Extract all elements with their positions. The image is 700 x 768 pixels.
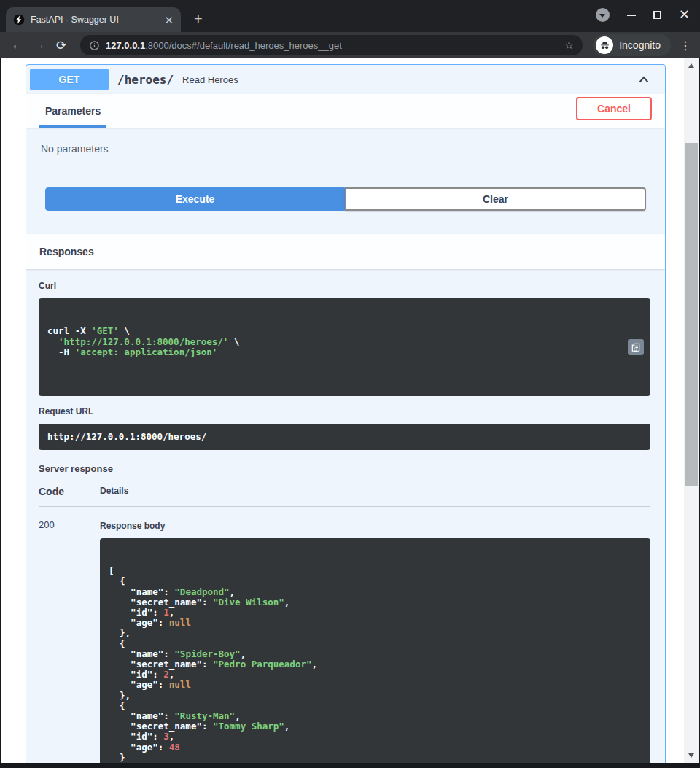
scrollbar-up-arrow[interactable] — [684, 60, 699, 71]
browser-window: FastAPI - Swagger UI ✕ + ✕ ← → ⟳ 127.0.0… — [0, 0, 700, 768]
execute-button[interactable]: Execute — [45, 187, 345, 211]
tab-title: FastAPI - Swagger UI — [31, 15, 158, 25]
new-tab-button[interactable]: + — [194, 12, 203, 26]
window-close-button[interactable]: ✕ — [679, 11, 690, 19]
browser-update-indicator-icon[interactable] — [596, 8, 610, 22]
server-response-label: Server response — [39, 463, 650, 474]
opblock-get-heroes: GET /heroes/ Read Heroes Parameters Canc… — [26, 64, 666, 763]
browser-menu-icon[interactable]: ⋮ — [680, 39, 691, 53]
tab-strip: FastAPI - Swagger UI ✕ + ✕ — [0, 0, 700, 32]
window-bottom-edge — [0, 763, 700, 768]
scrollbar-down-arrow[interactable] — [684, 750, 699, 761]
clipboard-icon — [631, 342, 641, 352]
no-parameters-text: No parameters — [26, 128, 665, 187]
clear-button[interactable]: Clear — [345, 187, 646, 211]
request-url-code: http://127.0.0.1:8000/heroes/ — [39, 424, 650, 450]
responses-body: Curl curl -X 'GET' \ 'http://127.0.0.1:8… — [26, 269, 665, 763]
browser-toolbar: ← → ⟳ 127.0.0.1:8000/docs#/default/read_… — [0, 32, 700, 58]
swagger-page: GET /heroes/ Read Heroes Parameters Canc… — [1, 58, 684, 763]
parameters-header: Parameters Cancel — [26, 94, 665, 128]
page-scrollbar[interactable] — [684, 58, 699, 763]
incognito-badge: Incognito — [593, 34, 671, 56]
cancel-button[interactable]: Cancel — [576, 97, 652, 120]
browser-tab[interactable]: FastAPI - Swagger UI ✕ — [6, 7, 181, 32]
curl-copy-button[interactable] — [628, 339, 644, 355]
url-bar[interactable]: 127.0.0.1:8000/docs#/default/read_heroes… — [80, 35, 583, 55]
tab-close-icon[interactable]: ✕ — [164, 15, 174, 26]
scrollbar-thumb[interactable] — [685, 143, 698, 486]
details-column-header: Details — [100, 486, 128, 497]
url-text[interactable]: 127.0.0.1:8000/docs#/default/read_heroes… — [106, 40, 559, 51]
tab-parameters[interactable]: Parameters — [39, 94, 106, 128]
fastapi-favicon-icon — [13, 14, 25, 26]
response-body-label: Response body — [100, 521, 650, 531]
execute-row: Execute Clear — [26, 187, 665, 234]
response-table-header: Code Details — [39, 486, 650, 507]
request-url-value: http://127.0.0.1:8000/heroes/ — [47, 431, 206, 442]
bookmark-star-icon[interactable]: ☆ — [564, 39, 574, 52]
url-host: 127.0.0.1 — [106, 40, 145, 51]
response-body-lines: [ { "name": "Deadpond", "secret_name": "… — [109, 566, 642, 763]
status-code: 200 — [39, 518, 100, 763]
collapse-chevron-icon[interactable] — [637, 72, 651, 87]
reload-button[interactable]: ⟳ — [52, 38, 70, 53]
site-info-icon[interactable] — [89, 40, 100, 51]
curl-code-lines: curl -X 'GET' \ 'http://127.0.0.1:8000/h… — [47, 326, 642, 357]
code-column-header: Code — [39, 486, 100, 497]
window-minimize-button[interactable] — [627, 15, 636, 16]
http-method-badge: GET — [30, 69, 109, 90]
incognito-icon — [596, 36, 613, 54]
page-viewport: GET /heroes/ Read Heroes Parameters Canc… — [1, 58, 699, 763]
request-url-label: Request URL — [39, 406, 650, 416]
url-path: :8000/docs#/default/read_heroes_heroes__… — [145, 40, 342, 51]
curl-code: curl -X 'GET' \ 'http://127.0.0.1:8000/h… — [39, 298, 650, 396]
window-maximize-button[interactable] — [653, 11, 661, 19]
responses-header: Responses — [26, 234, 665, 269]
response-body-code: [ { "name": "Deadpond", "secret_name": "… — [100, 538, 650, 763]
forward-button[interactable]: → — [31, 38, 48, 53]
opblock-summary[interactable]: GET /heroes/ Read Heroes — [26, 65, 665, 94]
response-row-200: 200 Response body [ { "name": "Deadpond"… — [39, 507, 650, 763]
curl-label: Curl — [39, 281, 650, 291]
endpoint-summary: Read Heroes — [182, 74, 238, 85]
back-button[interactable]: ← — [9, 38, 26, 53]
incognito-label: Incognito — [619, 39, 661, 51]
endpoint-path: /heroes/ — [117, 73, 174, 87]
